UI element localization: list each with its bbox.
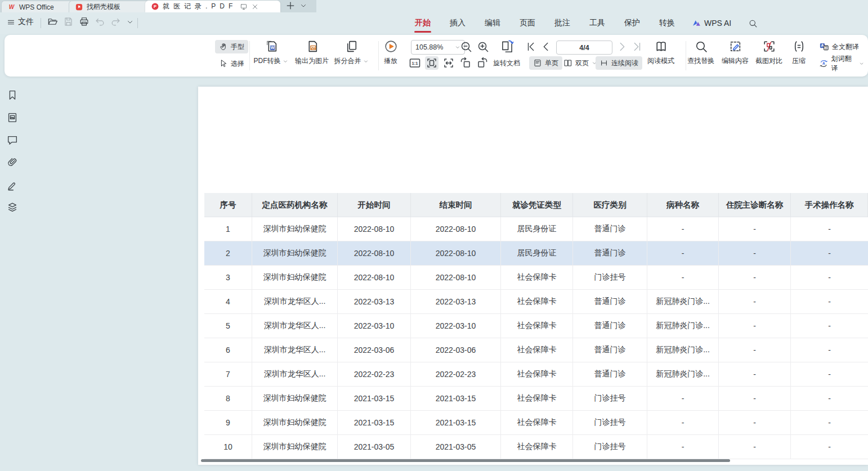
page-number-input[interactable]: 4/4: [556, 41, 612, 55]
previous-page-button[interactable]: [540, 41, 552, 53]
zoom-in-button[interactable]: [476, 40, 490, 53]
tab-list-chevron-icon[interactable]: [299, 2, 307, 10]
fit-page-button[interactable]: [425, 56, 439, 70]
compress-button[interactable]: 压缩: [784, 39, 813, 66]
word-translate-button[interactable]: A 划词翻译: [815, 57, 868, 70]
zoom-level-select[interactable]: 105.88%: [411, 40, 465, 55]
ribbon-tab-1[interactable]: 插入: [448, 13, 468, 33]
select-tool-button[interactable]: 选择: [215, 57, 248, 70]
ribbon-tab-5[interactable]: 工具: [587, 13, 607, 33]
table-row[interactable]: 8深圳市妇幼保健院2021-03-152021-03-15社会保障卡门诊挂号--…: [204, 387, 868, 411]
table-row[interactable]: 6深圳市龙华区人...2022-03-062022-03-06社会保障卡普通门诊…: [204, 338, 868, 362]
last-page-button[interactable]: [630, 41, 643, 53]
table-cell: 9: [204, 411, 252, 435]
play-slideshow-button[interactable]: 播放: [378, 39, 403, 66]
table-cell: 普通门诊: [573, 241, 647, 266]
table-row[interactable]: 3深圳市妇幼保健院2022-08-102022-08-10社会保障卡门诊挂号--…: [204, 266, 868, 290]
table-row[interactable]: 10深圳市妇幼保健院2021-03-052021-03-05社会保障卡门诊挂号-…: [204, 435, 868, 459]
menu-search-icon[interactable]: [748, 19, 758, 28]
svg-text:P: P: [154, 4, 156, 9]
pdf-convert-button[interactable]: W PDF转换: [250, 39, 292, 66]
save-icon[interactable]: [63, 16, 74, 27]
thumbnail-icon[interactable]: [6, 111, 19, 124]
undo-icon[interactable]: [95, 16, 105, 27]
layers-icon[interactable]: [6, 201, 19, 214]
actual-size-button[interactable]: 1:1: [408, 56, 422, 70]
chevron-down-icon: [283, 59, 288, 64]
attachment-icon[interactable]: [6, 156, 19, 169]
split-merge-button[interactable]: 拆分合并: [330, 39, 373, 66]
table-cell: -: [719, 435, 791, 459]
double-page-label: 双页: [575, 59, 589, 68]
table-cell: 2022-08-10: [411, 266, 501, 290]
read-mode-label: 阅读模式: [647, 56, 674, 66]
next-page-button[interactable]: [616, 41, 628, 53]
close-tab-icon[interactable]: [251, 3, 259, 11]
single-page-view-button[interactable]: 单页: [529, 56, 562, 70]
hand-tool-button[interactable]: 手型: [215, 40, 248, 53]
column-header: 住院主诊断名称: [719, 193, 791, 217]
hand-icon: [219, 42, 228, 51]
continuous-reading-button[interactable]: 连续阅读: [596, 56, 642, 70]
ribbon-tabs: 开始插入编辑页面批注工具保护转换WPS AI: [413, 12, 758, 34]
file-menu-button[interactable]: 文件: [7, 17, 34, 27]
find-replace-button[interactable]: 查找替换: [681, 39, 721, 66]
pdf-convert-icon: W: [264, 39, 278, 53]
page-indicator: 4/4: [579, 44, 589, 52]
new-tab-button[interactable]: [285, 0, 296, 11]
table-cell: 2022-03-13: [411, 290, 501, 314]
ribbon-tab-3[interactable]: 页面: [517, 13, 538, 33]
table-cell: -: [647, 411, 719, 435]
table-row[interactable]: 5深圳市龙华区人...2022-03-102022-03-10社会保障卡普通门诊…: [204, 314, 868, 338]
ribbon-tab-2[interactable]: 编辑: [482, 13, 503, 33]
ribbon-tab-6[interactable]: 保护: [622, 13, 642, 33]
ribbon-toolbar: 手型 选择 W PDF转换 输出为图片 拆分合并 播放 105.88% 1:1 …: [5, 35, 868, 77]
table-row[interactable]: 4深圳市龙华区人...2022-03-132022-03-13社会保障卡普通门诊…: [204, 290, 868, 314]
tab-docer-templates[interactable]: 找稻壳模板: [69, 1, 154, 13]
pdf-file-icon: P: [151, 2, 159, 11]
tab-wps-office[interactable]: W WPS Office: [1, 1, 75, 13]
table-cell: 新冠肺炎门诊...: [647, 314, 719, 338]
monitor-icon[interactable]: [240, 3, 248, 11]
rotate-document-button[interactable]: 旋转文档: [492, 56, 521, 70]
chevron-down-icon[interactable]: [126, 18, 134, 26]
pen-icon[interactable]: [6, 179, 19, 191]
single-page-icon: [533, 59, 542, 68]
table-cell: 2022-03-10: [411, 314, 501, 338]
read-mode-button[interactable]: 阅读模式: [645, 39, 677, 66]
export-as-image-button[interactable]: 输出为图片: [290, 39, 333, 66]
bookmark-icon[interactable]: [6, 89, 19, 101]
table-cell: 2022-02-23: [338, 362, 411, 387]
zoom-out-button[interactable]: [459, 40, 473, 53]
table-row[interactable]: 7深圳市龙华区人...2022-02-232022-02-23社会保障卡普通门诊…: [204, 362, 868, 387]
word-translate-label: 划词翻译: [831, 54, 856, 73]
rotate-pages-icon[interactable]: [499, 39, 515, 54]
ribbon-tab-7[interactable]: 转换: [657, 13, 677, 33]
table-cell: 社会保障卡: [501, 362, 573, 387]
double-page-view-button[interactable]: 双页: [560, 56, 601, 70]
rotate-right-button[interactable]: [476, 56, 489, 70]
ribbon-tab-0[interactable]: 开始: [413, 13, 433, 33]
horizontal-scrollbar[interactable]: [201, 459, 730, 462]
table-row[interactable]: 9深圳市妇幼保健院2021-03-152021-03-15社会保障卡门诊挂号--…: [204, 411, 868, 435]
rotate-left-button[interactable]: [459, 56, 472, 70]
table-cell: -: [791, 362, 868, 387]
wps-ai-button[interactable]: WPS AI: [692, 19, 731, 28]
open-folder-icon[interactable]: [47, 16, 58, 27]
tab-medical-record-pdf[interactable]: P 就医记录.PDF: [145, 1, 280, 12]
table-cell: -: [719, 266, 791, 290]
fit-width-button[interactable]: [442, 56, 455, 70]
table-row[interactable]: 1深圳市妇幼保健院2022-08-102022-08-10居民身份证普通门诊--…: [204, 217, 868, 241]
ribbon-tab-4[interactable]: 批注: [552, 13, 572, 33]
table-cell: -: [791, 387, 868, 411]
print-icon[interactable]: [79, 16, 90, 27]
screenshot-compare-button[interactable]: 截图对比: [749, 39, 789, 66]
first-page-button[interactable]: [525, 41, 538, 53]
redo-icon[interactable]: [110, 16, 121, 27]
table-row[interactable]: 2深圳市妇幼保健院2022-08-102022-08-10居民身份证普通门诊--…: [204, 241, 868, 266]
comment-icon[interactable]: [6, 134, 19, 146]
table-cell: 深圳市妇幼保健院: [252, 266, 338, 290]
table-cell: -: [647, 435, 719, 459]
svg-text:字: 字: [824, 46, 827, 50]
full-text-translate-button[interactable]: A字 全文翻译: [815, 40, 863, 53]
